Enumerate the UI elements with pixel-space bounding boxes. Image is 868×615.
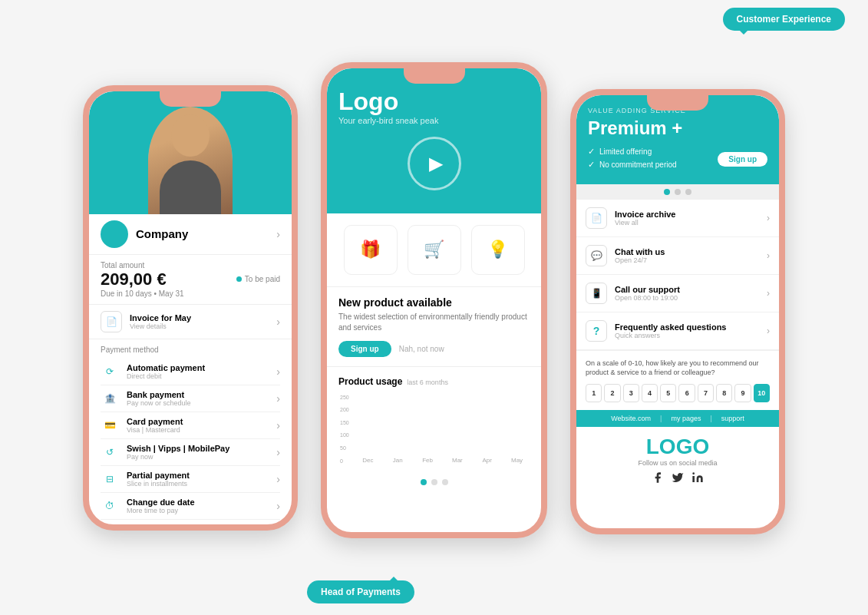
p3-pagination-dots: [576, 184, 779, 200]
method-swish[interactable]: ↺ Swish | Vipps | MobilePay Pay now ›: [101, 439, 280, 466]
faq-icon: ?: [586, 320, 607, 342]
footer-my-pages[interactable]: my pages: [671, 415, 701, 422]
invoice-row[interactable]: 📄 Invoice for May View details ›: [89, 305, 292, 339]
nps-1[interactable]: 1: [586, 384, 602, 402]
nps-4[interactable]: 4: [642, 384, 658, 402]
company-name: Company: [136, 227, 269, 240]
call-support-chevron-icon: ›: [767, 288, 770, 299]
nps-3[interactable]: 3: [623, 384, 639, 402]
product-title: New product available: [338, 296, 530, 309]
call-support-icon: 📱: [586, 283, 607, 304]
play-icon: ▶: [429, 153, 443, 174]
bar-dec: Dec: [355, 455, 381, 464]
bar-apr: Apr: [474, 455, 500, 464]
service-menu-list: 📄 Invoice archive View all › 💬 Chat with…: [576, 200, 779, 350]
menu-call-support[interactable]: 📱 Call our support Open 08:00 to 19:00 ›: [576, 275, 779, 312]
head-of-payments-bubble: Head of Payments: [307, 580, 414, 603]
video-play-button[interactable]: ▶: [408, 137, 461, 190]
partial-pay-icon: ⊟: [101, 470, 119, 488]
phone-premium: VALUE ADDING SERVICE Premium + ✓ Limited…: [570, 89, 785, 534]
nps-8[interactable]: 8: [716, 384, 732, 402]
idea-icon-card[interactable]: 💡: [471, 225, 525, 275]
p3-logo-section: LOGO Follow us on social media: [576, 427, 779, 494]
auto-pay-title: Automatic payment: [127, 363, 205, 372]
nps-5[interactable]: 5: [660, 384, 676, 402]
premium-signup-button[interactable]: Sign up: [718, 152, 767, 167]
y-axis-labels: 250 200 150 100 50 0: [340, 395, 349, 464]
menu-faq[interactable]: ? Frequently asked questions Quick answe…: [576, 312, 779, 350]
total-label: Total amount: [101, 261, 280, 269]
twitter-icon[interactable]: [672, 471, 684, 486]
p3-dot-1[interactable]: [664, 189, 670, 195]
method-due-date[interactable]: ⏱ Change due date More time to pay ›: [101, 493, 280, 520]
nps-scale: 1 2 3 4 5 6 7 8 9 10: [586, 384, 770, 402]
dot-1[interactable]: [421, 479, 427, 485]
person-avatar: [148, 107, 233, 214]
premium-title: Premium +: [588, 117, 767, 139]
linkedin-icon[interactable]: [691, 471, 704, 486]
method-partial[interactable]: ⊟ Partial payment Slice in installments …: [101, 466, 280, 493]
social-icons-row: [584, 471, 771, 486]
swish-icon: ↺: [101, 443, 119, 461]
nps-2[interactable]: 2: [604, 384, 620, 402]
method-automatic[interactable]: ⟳ Automatic payment Direct debit ›: [101, 359, 280, 385]
product-buttons: Sign up Nah, not now: [338, 341, 530, 357]
method-card[interactable]: 💳 Card payment Visa | Mastercard ›: [101, 412, 280, 439]
bar-jan: Jan: [385, 455, 411, 464]
service-label: VALUE ADDING SERVICE: [588, 107, 767, 114]
customer-experience-bubble: Customer Experience: [723, 8, 845, 31]
method-bank[interactable]: 🏦 Bank payment Pay now or schedule ›: [101, 385, 280, 412]
due-date-icon: ⏱: [101, 497, 119, 515]
company-chevron-icon: ›: [276, 228, 280, 240]
p3-dot-2[interactable]: [675, 189, 681, 195]
company-avatar: [101, 220, 128, 248]
to-be-paid: To be paid: [236, 275, 280, 283]
call-support-sub: Open 08:00 to 19:00: [615, 294, 759, 302]
card-pay-icon: 💳: [101, 416, 119, 435]
due-dot: [236, 276, 242, 282]
p3-dot-3[interactable]: [685, 189, 691, 195]
p3-header: VALUE ADDING SERVICE Premium + ✓ Limited…: [576, 95, 779, 184]
auto-pay-icon: ⟳: [101, 362, 119, 381]
company-row[interactable]: Company ›: [89, 214, 292, 255]
due-date-title: Change due date: [127, 498, 195, 507]
nps-6[interactable]: 6: [678, 384, 695, 402]
bank-pay-chevron-icon: ›: [276, 392, 280, 405]
menu-chat[interactable]: 💬 Chat with us Open 24/7 ›: [576, 237, 779, 275]
nps-10[interactable]: 10: [754, 384, 770, 402]
bar-chart: 250 200 150 100 50 0 Dec Jan: [355, 395, 530, 464]
nah-button[interactable]: Nah, not now: [399, 341, 444, 357]
footer-website[interactable]: Website.com: [611, 415, 651, 422]
faq-title: Frequently asked questions: [615, 322, 759, 332]
bank-pay-icon: 🏦: [101, 389, 119, 408]
cart-icon-card[interactable]: 🛒: [408, 225, 461, 275]
checks-row: ✓ Limited offering ✓ No commitment perio…: [588, 147, 767, 173]
partial-pay-sub: Slice in installments: [127, 480, 190, 488]
p3-footer: Website.com | my pages | support: [576, 410, 779, 427]
chat-chevron-icon: ›: [767, 250, 770, 261]
menu-invoice-archive[interactable]: 📄 Invoice archive View all ›: [576, 200, 779, 237]
invoice-text: Invoice for May View details: [130, 313, 191, 330]
signup-button[interactable]: Sign up: [338, 341, 391, 357]
dot-2[interactable]: [431, 479, 437, 485]
card-pay-chevron-icon: ›: [276, 419, 280, 431]
nps-7[interactable]: 7: [698, 384, 714, 402]
gift-icon-card[interactable]: 🎁: [344, 225, 398, 275]
amount-section: Total amount 209,00 € To be paid Due in …: [89, 255, 292, 305]
swish-title: Swish | Vipps | MobilePay: [127, 444, 229, 453]
due-date: Due in 10 days • May 31: [101, 289, 280, 298]
card-pay-sub: Visa | Mastercard: [127, 426, 183, 434]
chat-title: Chat with us: [615, 247, 759, 256]
bank-pay-sub: Pay now or schedule: [127, 399, 191, 407]
phone-payment: Company › Total amount 209,00 € To be pa…: [83, 85, 298, 531]
nps-9[interactable]: 9: [734, 384, 751, 402]
due-date-sub: More time to pay: [127, 507, 195, 514]
dot-3[interactable]: [442, 479, 448, 485]
footer-support[interactable]: support: [721, 415, 744, 422]
bar-may: May: [504, 455, 530, 464]
invoice-archive-chevron-icon: ›: [767, 213, 770, 223]
facebook-icon[interactable]: [652, 471, 664, 486]
chat-icon: 💬: [586, 245, 607, 266]
partial-pay-chevron-icon: ›: [276, 473, 280, 485]
faq-chevron-icon: ›: [767, 326, 770, 336]
